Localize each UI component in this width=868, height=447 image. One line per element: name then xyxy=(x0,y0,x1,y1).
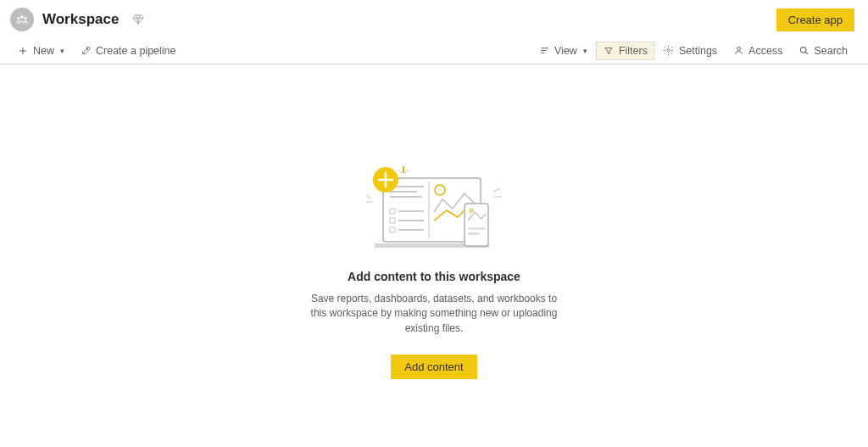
view-button[interactable]: View ▾ xyxy=(531,42,594,60)
search-button[interactable]: Search xyxy=(791,42,854,60)
svg-point-5 xyxy=(737,47,740,50)
svg-rect-23 xyxy=(468,232,480,235)
filter-icon xyxy=(603,45,615,57)
list-icon xyxy=(538,45,550,57)
svg-point-6 xyxy=(800,47,806,53)
search-label: Search xyxy=(814,45,848,57)
create-pipeline-button[interactable]: Create a pipeline xyxy=(73,42,183,60)
svg-rect-14 xyxy=(390,218,395,223)
svg-point-0 xyxy=(20,15,24,19)
workspace-title: Workspace xyxy=(42,11,119,28)
empty-state: Add content to this workspace Save repor… xyxy=(0,64,868,379)
filters-button[interactable]: Filters xyxy=(596,42,654,60)
svg-point-2 xyxy=(25,17,27,20)
toolbar-right: View ▾ Filters Settings Ac xyxy=(531,42,854,60)
settings-button[interactable]: Settings xyxy=(656,42,724,60)
create-app-button[interactable]: Create app xyxy=(776,8,854,31)
svg-point-3 xyxy=(86,48,87,49)
new-button[interactable]: New ▾ xyxy=(10,42,71,60)
empty-state-description: Save reports, dashboards, datasets, and … xyxy=(307,292,561,336)
empty-state-title: Add content to this workspace xyxy=(348,270,520,283)
svg-line-28 xyxy=(493,188,500,192)
diamond-icon xyxy=(132,14,144,25)
plus-icon xyxy=(17,45,29,57)
workspace-avatar[interactable] xyxy=(10,8,34,31)
empty-state-illustration xyxy=(358,161,510,254)
new-label: New xyxy=(33,45,54,57)
access-button[interactable]: Access xyxy=(726,42,789,60)
svg-point-4 xyxy=(667,49,670,52)
svg-rect-12 xyxy=(390,209,395,214)
filters-label: Filters xyxy=(619,45,648,57)
svg-rect-16 xyxy=(390,227,395,232)
svg-rect-22 xyxy=(468,227,485,230)
chevron-down-icon: ▾ xyxy=(583,47,587,55)
person-icon xyxy=(732,45,744,57)
settings-label: Settings xyxy=(679,45,717,57)
gear-icon xyxy=(663,45,675,57)
access-label: Access xyxy=(748,45,782,57)
rocket-icon xyxy=(80,45,92,57)
toolbar-left: New ▾ Create a pipeline xyxy=(10,42,183,60)
svg-point-19 xyxy=(435,185,445,195)
people-icon xyxy=(14,12,30,27)
search-icon xyxy=(798,45,810,57)
toolbar: New ▾ Create a pipeline View ▾ Fil xyxy=(0,37,868,64)
svg-line-26 xyxy=(366,195,371,198)
add-content-button[interactable]: Add content xyxy=(391,355,476,379)
view-label: View xyxy=(554,45,577,57)
svg-rect-20 xyxy=(465,204,488,246)
header-left: Workspace xyxy=(10,8,144,31)
create-pipeline-label: Create a pipeline xyxy=(96,45,176,57)
header: Workspace Create app xyxy=(0,0,868,37)
svg-point-1 xyxy=(17,17,19,20)
chevron-down-icon: ▾ xyxy=(60,47,64,55)
